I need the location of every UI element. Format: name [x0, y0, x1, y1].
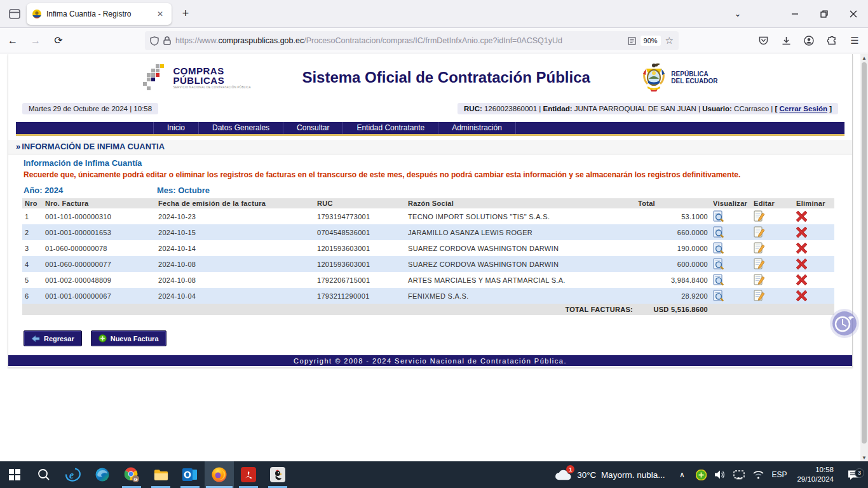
minimize-button[interactable]	[780, 0, 810, 27]
nav-item-entidad-contratante[interactable]: Entidad Contratante	[343, 122, 438, 134]
edit-button[interactable]	[751, 256, 794, 272]
table-row: 301-060-0000000782024-10-141201593603001…	[22, 240, 834, 256]
visualize-icon	[713, 290, 724, 302]
column-header: Total	[635, 198, 710, 208]
delete-button[interactable]	[794, 208, 834, 224]
file-explorer-icon	[153, 468, 169, 482]
downloads-icon[interactable]	[776, 31, 796, 50]
acrobat-button[interactable]	[234, 461, 263, 488]
back-button[interactable]: ←	[3, 31, 23, 50]
year-value: 2024	[44, 186, 63, 195]
delete-button[interactable]	[794, 240, 834, 256]
warning-text: Recuerde que, únicamente podrá editar o …	[8, 168, 796, 180]
internet-explorer-button[interactable]: e	[58, 461, 88, 488]
browser-tab[interactable]: Infima Cuantía - Registro ✕	[27, 3, 172, 25]
scroll-down-arrow[interactable]: ▼	[860, 454, 868, 461]
url-text[interactable]: https://www.compraspublicas.gob.ec/Proce…	[175, 36, 623, 45]
language-indicator[interactable]: ESP	[769, 470, 789, 479]
nav-item-inicio[interactable]: Inicio	[153, 122, 199, 134]
delete-icon	[796, 211, 807, 222]
browser-scrollbar[interactable]: ▲ ▼	[860, 54, 868, 461]
chrome-button[interactable]: G	[117, 461, 146, 488]
screen: Infima Cuantía - Registro ✕ + ⌄ ← → ⟳	[0, 0, 868, 488]
edit-icon	[754, 290, 765, 302]
delete-button[interactable]	[794, 224, 834, 240]
visualize-button[interactable]	[710, 240, 751, 256]
weather-alert-badge: 1	[566, 465, 574, 473]
visualize-button[interactable]	[710, 208, 751, 224]
page-viewport: COMPRAS PÚBLICAS SERVICIO NACIONAL DE CO…	[0, 54, 868, 461]
firefox-button[interactable]	[205, 461, 234, 488]
visualize-button[interactable]	[710, 272, 751, 288]
extensions-icon[interactable]	[822, 31, 841, 50]
antivirus-tray-icon[interactable]	[693, 470, 709, 480]
volume-icon[interactable]	[712, 470, 728, 480]
cast-tray-icon[interactable]	[731, 470, 747, 480]
file-explorer-button[interactable]	[146, 461, 175, 488]
chrome-icon: G	[124, 467, 140, 483]
wifi-icon[interactable]	[750, 470, 766, 479]
visualize-button[interactable]	[710, 224, 751, 240]
delete-button[interactable]	[794, 288, 834, 304]
logo-text-line1: COMPRAS	[173, 66, 251, 76]
edit-button[interactable]	[751, 272, 794, 288]
session-box: RUC: 1260023860001 | Entidad: JUNTA PARR…	[458, 103, 838, 114]
edit-button[interactable]	[751, 240, 794, 256]
bookmark-star-icon[interactable]: ☆	[665, 35, 674, 46]
table-row: 5001-002-0000488092024-10-08179220671500…	[22, 272, 834, 288]
edge-button[interactable]	[88, 461, 117, 488]
taskbar-clock[interactable]: 10:58 29/10/2024	[792, 465, 839, 484]
edit-button[interactable]	[751, 288, 794, 304]
tab-close-icon[interactable]: ✕	[154, 8, 166, 20]
cell-nro: 2	[22, 224, 43, 240]
nav-item-consultar[interactable]: Consultar	[283, 122, 343, 134]
delete-button[interactable]	[794, 272, 834, 288]
scroll-up-arrow[interactable]: ▲	[860, 54, 868, 62]
url-bar[interactable]: https://www.compraspublicas.gob.ec/Proce…	[145, 31, 679, 50]
screenshot-timer-badge[interactable]	[832, 311, 857, 336]
account-icon[interactable]	[799, 31, 818, 50]
edit-button[interactable]	[751, 208, 794, 224]
cell-fecha: 2024-10-04	[156, 288, 315, 304]
visualize-button[interactable]	[710, 256, 751, 272]
back-page-button[interactable]: Regresar	[24, 330, 82, 346]
edit-button[interactable]	[751, 224, 794, 240]
pocket-icon[interactable]	[754, 31, 773, 50]
close-window-button[interactable]	[839, 0, 868, 27]
notification-count-badge: 3	[855, 468, 864, 478]
table-row: 1001-101-0000003102024-10-23179319477300…	[22, 208, 834, 224]
outlook-button[interactable]	[175, 461, 205, 488]
cell-nro: 6	[22, 288, 43, 304]
nav-item-datos-generales[interactable]: Datos Generales	[199, 122, 283, 134]
restore-button[interactable]	[810, 0, 839, 27]
cell-ruc: 1793194773001	[315, 208, 405, 224]
visualize-button[interactable]	[710, 288, 751, 304]
reload-button[interactable]: ⟳	[48, 31, 69, 50]
taskbar-search-button[interactable]	[29, 461, 58, 488]
firefox-view-icon	[9, 9, 20, 19]
taskbar-weather[interactable]: 1 30°C Mayorm. nubla...	[548, 468, 671, 481]
menu-icon[interactable]: ☰	[845, 31, 864, 50]
bird-app-button[interactable]	[263, 461, 292, 488]
lock-icon[interactable]	[163, 36, 171, 45]
reader-mode-icon[interactable]	[628, 37, 636, 45]
site-header: COMPRAS PÚBLICAS SERVICIO NACIONAL DE CO…	[8, 54, 852, 101]
republic-text-line1: REPÚBLICA	[671, 71, 717, 78]
new-invoice-button[interactable]: Nueva Factura	[91, 330, 166, 346]
delete-button[interactable]	[794, 256, 834, 272]
nav-item-administración[interactable]: Administración	[438, 122, 516, 134]
cell-fecha: 2024-10-08	[156, 256, 315, 272]
scrollbar-thumb[interactable]	[862, 62, 867, 444]
action-center-button[interactable]: 3	[841, 470, 865, 480]
year-label: Año:	[24, 186, 43, 195]
logout-link[interactable]: Cerrar Sesión	[780, 105, 827, 112]
firefox-view-button[interactable]	[5, 6, 24, 22]
zoom-level-badge[interactable]: 90%	[641, 36, 661, 46]
start-button[interactable]	[0, 461, 29, 488]
tray-chevron-icon[interactable]: ∧	[674, 470, 690, 479]
visualize-icon	[713, 210, 724, 222]
new-tab-button[interactable]: +	[177, 5, 194, 23]
list-all-tabs-icon[interactable]: ⌄	[727, 9, 749, 18]
cell-nro: 5	[22, 272, 43, 288]
shield-icon[interactable]	[150, 36, 159, 46]
